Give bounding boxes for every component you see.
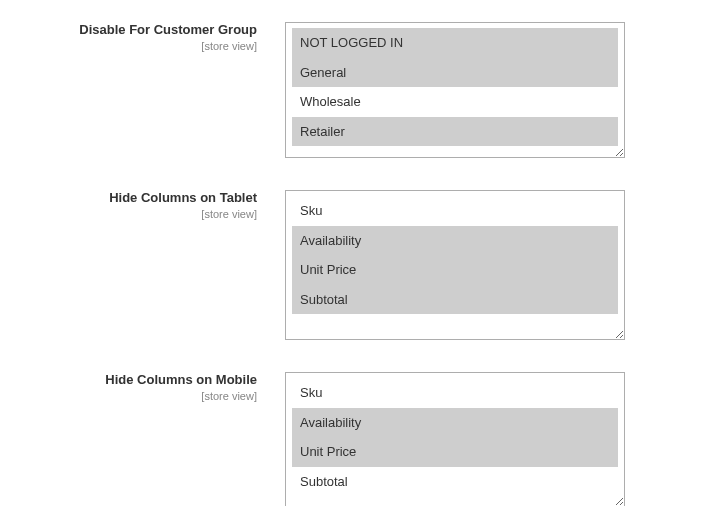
multiselect-option[interactable]: Wholesale [292, 87, 618, 117]
field-label: Hide Columns on Tablet [30, 190, 257, 207]
field-label-col: Hide Columns on Mobile [store view] [30, 372, 285, 402]
multiselect-option[interactable]: Unit Price [292, 437, 618, 467]
hide-columns-tablet-multiselect[interactable]: Sku Availability Unit Price Subtotal [285, 190, 625, 340]
multiselect-option[interactable]: General [292, 58, 618, 88]
field-scope: [store view] [30, 40, 257, 52]
field-disable-customer-group: Disable For Customer Group [store view] … [30, 22, 678, 158]
field-label: Hide Columns on Mobile [30, 372, 257, 389]
field-hide-columns-mobile: Hide Columns on Mobile [store view] Sku … [30, 372, 678, 506]
multiselect-option[interactable]: Sku [292, 378, 618, 408]
hide-columns-mobile-multiselect[interactable]: Sku Availability Unit Price Subtotal [285, 372, 625, 506]
multiselect-option[interactable]: Subtotal [292, 467, 618, 497]
multiselect-option[interactable]: Availability [292, 226, 618, 256]
multiselect-option[interactable]: NOT LOGGED IN [292, 28, 618, 58]
multiselect-option[interactable]: Unit Price [292, 255, 618, 285]
field-control-col: Sku Availability Unit Price Subtotal [285, 372, 625, 506]
field-control-col: NOT LOGGED IN General Wholesale Retailer [285, 22, 625, 158]
field-scope: [store view] [30, 208, 257, 220]
field-label: Disable For Customer Group [30, 22, 257, 39]
multiselect-option[interactable]: Subtotal [292, 285, 618, 315]
field-label-col: Hide Columns on Tablet [store view] [30, 190, 285, 220]
multiselect-option[interactable]: Retailer [292, 117, 618, 147]
field-scope: [store view] [30, 390, 257, 402]
field-control-col: Sku Availability Unit Price Subtotal [285, 190, 625, 340]
multiselect-option[interactable]: Sku [292, 196, 618, 226]
field-label-col: Disable For Customer Group [store view] [30, 22, 285, 52]
field-hide-columns-tablet: Hide Columns on Tablet [store view] Sku … [30, 190, 678, 340]
multiselect-option[interactable]: Availability [292, 408, 618, 438]
disable-customer-group-multiselect[interactable]: NOT LOGGED IN General Wholesale Retailer [285, 22, 625, 158]
